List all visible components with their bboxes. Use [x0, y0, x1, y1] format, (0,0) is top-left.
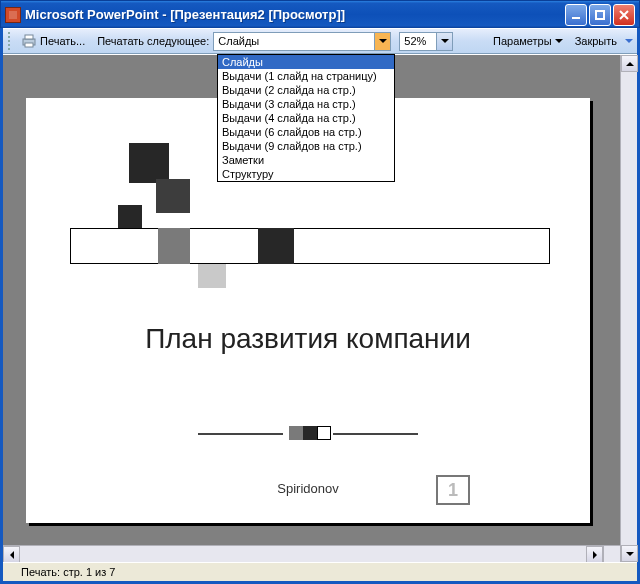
slide-author: Spiridonov	[26, 481, 590, 496]
close-preview-label: Закрыть	[575, 35, 617, 47]
maximize-button[interactable]	[589, 4, 611, 26]
titlebar: Microsoft PowerPoint - [Презентация2 [Пр…	[0, 0, 640, 28]
dropdown-option[interactable]: Слайды	[218, 55, 394, 69]
dropdown-option[interactable]: Выдачи (3 слайда на стр.)	[218, 97, 394, 111]
scroll-corner	[603, 546, 620, 562]
dropdown-option[interactable]: Выдачи (2 слайда на стр.)	[218, 83, 394, 97]
window-title: Microsoft PowerPoint - [Презентация2 [Пр…	[25, 7, 565, 22]
separator-line	[198, 433, 283, 435]
print-what-dropdown: СлайдыВыдачи (1 слайд на страницу)Выдачи…	[217, 54, 395, 182]
svg-rect-4	[25, 43, 33, 47]
chevron-down-icon	[555, 39, 563, 43]
separator-line	[333, 433, 418, 435]
statusbar: Печать: стр. 1 из 7	[3, 562, 637, 584]
chevron-right-icon	[593, 551, 597, 559]
dropdown-option[interactable]: Выдачи (9 слайдов на стр.)	[218, 139, 394, 153]
close-button[interactable]	[613, 4, 635, 26]
separator-square	[303, 426, 317, 440]
dropdown-option[interactable]: Выдачи (6 слайдов на стр.)	[218, 125, 394, 139]
svg-rect-0	[572, 17, 580, 19]
deco-square	[156, 179, 190, 213]
dropdown-option[interactable]: Заметки	[218, 153, 394, 167]
slide-title: План развития компании	[26, 323, 590, 355]
hscroll-right[interactable]	[586, 546, 603, 562]
deco-square	[198, 264, 226, 288]
zoom-combo[interactable]: 52%	[399, 32, 453, 51]
chevron-down-icon	[625, 39, 633, 43]
svg-rect-1	[596, 11, 604, 19]
zoom-combo-button[interactable]	[436, 33, 452, 50]
hscroll	[3, 545, 620, 562]
chevron-left-icon	[10, 551, 14, 559]
print-what-combo[interactable]: Слайды	[213, 32, 391, 51]
print-what-label: Печатать следующее:	[91, 35, 213, 47]
hscroll-left[interactable]	[3, 546, 20, 562]
dropdown-option[interactable]: Выдачи (4 слайда на стр.)	[218, 111, 394, 125]
print-preview-toolbar: Печать... Печатать следующее: Слайды 52%…	[3, 28, 637, 54]
close-preview-button[interactable]: Закрыть	[569, 32, 623, 50]
separator-square	[317, 426, 331, 440]
window-controls	[565, 4, 635, 26]
print-what-combo-value: Слайды	[214, 35, 374, 47]
chevron-up-icon	[626, 62, 634, 66]
dropdown-option[interactable]: Выдачи (1 слайд на страницу)	[218, 69, 394, 83]
zoom-combo-value: 52%	[400, 35, 436, 47]
chevron-down-icon	[379, 39, 387, 43]
page-number-box: 1	[436, 475, 470, 505]
vscroll-track[interactable]	[621, 72, 637, 545]
vscroll	[620, 55, 637, 562]
deco-square	[258, 228, 294, 264]
minimize-button[interactable]	[565, 4, 587, 26]
hscroll-track[interactable]	[20, 546, 586, 562]
options-button-label: Параметры	[493, 35, 552, 47]
dropdown-option[interactable]: Структуру	[218, 167, 394, 181]
printer-icon	[21, 33, 37, 49]
print-button-label: Печать...	[40, 35, 85, 47]
print-what-combo-button[interactable]	[374, 33, 390, 50]
options-button[interactable]: Параметры	[487, 32, 569, 50]
separator-square	[289, 426, 303, 440]
toolbar-grip[interactable]	[8, 32, 12, 50]
deco-square	[118, 205, 142, 229]
vscroll-down[interactable]	[621, 545, 638, 562]
vscroll-up[interactable]	[621, 55, 638, 72]
deco-bar	[70, 228, 550, 264]
deco-square	[129, 143, 169, 183]
deco-square	[158, 228, 190, 264]
chevron-down-icon	[626, 552, 634, 556]
svg-rect-3	[25, 35, 33, 39]
powerpoint-icon	[5, 7, 21, 23]
print-button[interactable]: Печать...	[15, 30, 91, 52]
page-number: 1	[448, 480, 458, 501]
chevron-down-icon	[441, 39, 449, 43]
status-text: Печать: стр. 1 из 7	[3, 566, 127, 578]
toolbar-overflow[interactable]	[623, 39, 635, 43]
